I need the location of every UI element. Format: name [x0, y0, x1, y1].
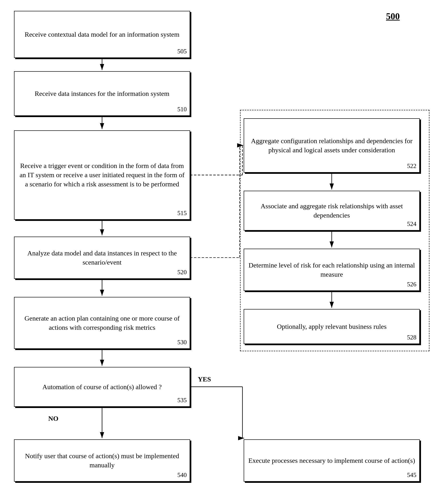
box-530-label: Generate an action plan containing one o…	[18, 314, 186, 332]
box-520: Analyze data model and data instances in…	[14, 236, 190, 279]
box-526-num: 526	[407, 280, 416, 288]
box-526: Determine level of risk for each relatio…	[244, 249, 420, 291]
box-540: Notify user that course of action(s) mus…	[14, 439, 190, 482]
box-515-label: Receive a trigger event or condition in …	[18, 161, 186, 189]
box-520-label: Analyze data model and data instances in…	[18, 249, 186, 267]
box-510-label: Receive data instances for the informati…	[35, 89, 169, 98]
box-505-label: Receive contextual data model for an inf…	[25, 30, 179, 39]
box-526-label: Determine level of risk for each relatio…	[248, 261, 416, 279]
box-524-label: Associate and aggregate risk relationshi…	[248, 202, 416, 220]
box-505-num: 505	[177, 47, 187, 56]
box-535-label: Automation of course of action(s) allowe…	[42, 382, 162, 391]
box-520-num: 520	[177, 268, 187, 277]
box-524-num: 524	[407, 220, 416, 228]
yes-label: YES	[198, 375, 211, 383]
box-522-num: 522	[407, 162, 416, 170]
box-530-num: 530	[177, 338, 187, 347]
box-524: Associate and aggregate risk relationshi…	[244, 191, 420, 231]
diagram-container: 500 Receive contextual data model for an…	[0, 0, 448, 492]
box-535-num: 535	[177, 396, 187, 404]
box-528-label: Optionally, apply relevant business rule…	[277, 322, 387, 331]
box-505: Receive contextual data model for an inf…	[14, 11, 190, 58]
box-515: Receive a trigger event or condition in …	[14, 130, 190, 220]
box-535: Automation of course of action(s) allowe…	[14, 367, 190, 407]
box-528-num: 528	[407, 333, 416, 342]
box-545-num: 545	[407, 471, 416, 479]
box-545-label: Execute processes necessary to implement…	[248, 456, 415, 465]
box-522: Aggregate configuration relationships an…	[244, 118, 420, 173]
box-530: Generate an action plan containing one o…	[14, 297, 190, 349]
box-545: Execute processes necessary to implement…	[244, 439, 420, 482]
box-522-label: Aggregate configuration relationships an…	[248, 136, 416, 155]
box-510-num: 510	[177, 105, 187, 113]
box-540-label: Notify user that course of action(s) mus…	[18, 451, 186, 470]
no-label: NO	[48, 415, 58, 422]
box-515-num: 515	[177, 209, 187, 217]
box-528: Optionally, apply relevant business rule…	[244, 309, 420, 344]
box-540-num: 540	[177, 471, 187, 479]
diagram-title: 500	[386, 11, 400, 21]
box-510: Receive data instances for the informati…	[14, 71, 190, 116]
